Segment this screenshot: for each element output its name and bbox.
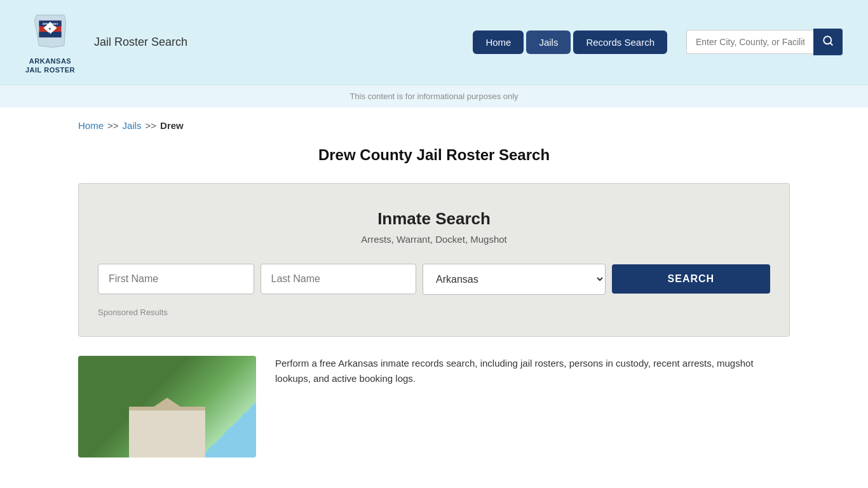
last-name-input[interactable] (261, 264, 417, 294)
nav-home-button[interactable]: Home (473, 30, 524, 54)
header-search (686, 29, 843, 55)
main-nav: Home Jails Records Search (473, 30, 667, 54)
logo-text: ARKANSAS JAIL ROSTER (25, 57, 75, 75)
nav-records-button[interactable]: Records Search (573, 30, 667, 54)
first-name-input[interactable] (98, 264, 254, 294)
header-search-button[interactable] (813, 29, 843, 55)
state-select[interactable]: AlabamaAlaskaArizonaArkansasCaliforniaCo… (423, 264, 606, 295)
bottom-section: Perform a free Arkansas inmate records s… (78, 356, 790, 458)
logo-area: ★ ★ ★ ★ ARKANSAS ARKANSAS JAIL ROSTER (25, 10, 75, 75)
arkansas-logo-icon: ★ ★ ★ ★ ARKANSAS (28, 10, 72, 54)
svg-text:ARKANSAS: ARKANSAS (43, 22, 58, 25)
search-icon (822, 35, 834, 46)
breadcrumb-sep-2: >> (146, 120, 157, 131)
breadcrumb-home-link[interactable]: Home (78, 120, 104, 131)
bottom-description: Perform a free Arkansas inmate records s… (275, 356, 790, 386)
sponsored-label: Sponsored Results (98, 308, 770, 317)
nav-jails-button[interactable]: Jails (526, 30, 571, 54)
breadcrumb-current: Drew (160, 120, 184, 131)
inmate-search-subtitle: Arrests, Warrant, Docket, Mugshot (98, 234, 770, 245)
facility-image (78, 356, 256, 458)
breadcrumb: Home >> Jails >> Drew (78, 120, 790, 131)
site-header: ★ ★ ★ ★ ARKANSAS ARKANSAS JAIL ROSTER Ja… (0, 0, 868, 85)
site-title: Jail Roster Search (94, 36, 187, 49)
svg-text:★: ★ (48, 31, 51, 34)
inmate-search-title: Inmate Search (98, 209, 770, 229)
header-search-input[interactable] (686, 30, 813, 54)
inmate-search-box: Inmate Search Arrests, Warrant, Docket, … (78, 183, 790, 337)
breadcrumb-sep-1: >> (107, 120, 119, 131)
svg-line-11 (830, 43, 832, 45)
info-bar: This content is for informational purpos… (0, 85, 868, 107)
breadcrumb-jails-link[interactable]: Jails (123, 120, 142, 131)
main-content: Home >> Jails >> Drew Drew County Jail R… (53, 107, 815, 470)
inmate-search-button[interactable]: SEARCH (612, 264, 770, 294)
building-graphic (129, 407, 205, 458)
inmate-search-fields: AlabamaAlaskaArizonaArkansasCaliforniaCo… (98, 264, 770, 295)
page-title: Drew County Jail Roster Search (78, 146, 790, 164)
